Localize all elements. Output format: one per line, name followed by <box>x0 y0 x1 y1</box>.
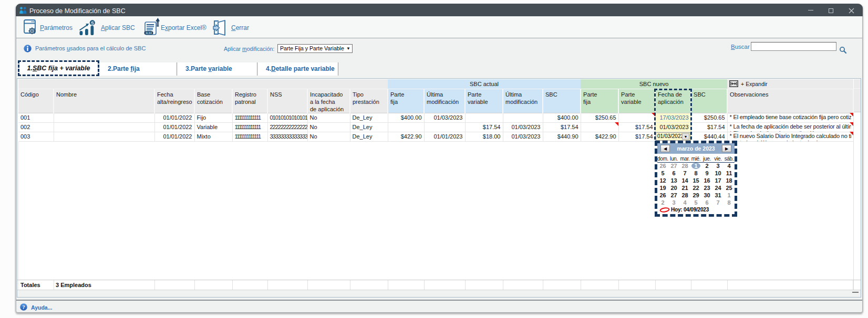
svg-text:?: ? <box>23 304 25 310</box>
svg-text:S: S <box>91 20 94 26</box>
svg-text:XLSX: XLSX <box>146 32 152 35</box>
